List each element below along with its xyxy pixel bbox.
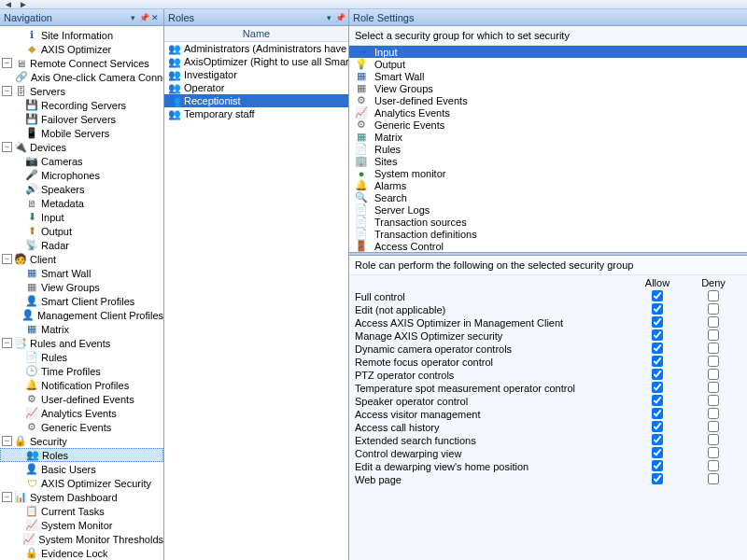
deny-checkbox[interactable] bbox=[708, 316, 719, 328]
roles-dropdown-icon[interactable]: ▾ bbox=[324, 13, 333, 22]
allow-checkbox[interactable] bbox=[652, 303, 663, 315]
nav-item-system-monitor-thresholds[interactable]: 📈System Monitor Thresholds bbox=[0, 532, 163, 546]
security-group-item[interactable]: 🔍Search bbox=[349, 191, 747, 203]
deny-checkbox[interactable] bbox=[708, 408, 719, 419]
nav-item-management-client-profiles[interactable]: 👤Management Client Profiles bbox=[0, 308, 163, 322]
allow-checkbox[interactable] bbox=[652, 460, 663, 471]
nav-item-recording-servers[interactable]: 💾Recording Servers bbox=[0, 98, 163, 112]
nav-item-axis-one-click-camera-connection[interactable]: 🔗Axis One-click Camera Connection bbox=[0, 70, 163, 84]
deny-checkbox[interactable] bbox=[708, 434, 719, 445]
allow-checkbox[interactable] bbox=[652, 343, 663, 354]
security-group-item[interactable]: ▦Smart Wall bbox=[349, 70, 747, 82]
role-item[interactable]: 👥Investigator bbox=[164, 68, 348, 81]
nav-item-analytics-events[interactable]: 📈Analytics Events bbox=[0, 406, 163, 420]
tree-expand-icon[interactable]: − bbox=[2, 436, 12, 446]
deny-checkbox[interactable] bbox=[708, 329, 719, 341]
deny-checkbox[interactable] bbox=[708, 447, 719, 458]
role-item[interactable]: 👥AxisOptimizer (Right to use all SmartCl… bbox=[164, 55, 348, 68]
security-group-item[interactable]: ⚙Generic Events bbox=[349, 119, 747, 131]
nav-item-speakers[interactable]: 🔊Speakers bbox=[0, 182, 163, 196]
nav-item-security[interactable]: −🔒Security bbox=[0, 434, 163, 448]
allow-checkbox[interactable] bbox=[652, 290, 663, 301]
security-group-item[interactable]: ▦Matrix bbox=[349, 131, 747, 143]
deny-checkbox[interactable] bbox=[708, 369, 719, 380]
toolbar-nav-fwd-icon[interactable]: ► bbox=[19, 0, 28, 9]
permissions-list[interactable]: Full controlEdit (not applicable)Access … bbox=[349, 290, 747, 560]
nav-item-current-tasks[interactable]: 📋Current Tasks bbox=[0, 504, 163, 518]
navigation-tree[interactable]: ℹSite Information◆AXIS Optimizer−🖥Remote… bbox=[0, 26, 163, 560]
nav-item-servers[interactable]: −🗄Servers bbox=[0, 84, 163, 98]
security-group-item[interactable]: 📄Transaction definitions bbox=[349, 228, 747, 240]
security-group-item[interactable]: ▦View Groups bbox=[349, 82, 747, 94]
nav-item-smart-wall[interactable]: ▦Smart Wall bbox=[0, 266, 163, 280]
deny-checkbox[interactable] bbox=[708, 382, 719, 393]
deny-checkbox[interactable] bbox=[708, 460, 719, 471]
nav-item-rules-and-events[interactable]: −📑Rules and Events bbox=[0, 336, 163, 350]
allow-checkbox[interactable] bbox=[652, 395, 663, 406]
deny-checkbox[interactable] bbox=[708, 303, 719, 315]
nav-item-matrix[interactable]: ▦Matrix bbox=[0, 322, 163, 336]
security-group-item[interactable]: 📈Analytics Events bbox=[349, 106, 747, 119]
security-group-item[interactable]: 🔔Alarms bbox=[349, 179, 747, 191]
tree-expand-icon[interactable]: − bbox=[2, 338, 12, 348]
nav-item-axis-optimizer[interactable]: ◆AXIS Optimizer bbox=[0, 42, 163, 56]
security-group-list[interactable]: ⇢Input💡Output▦Smart Wall▦View Groups⚙Use… bbox=[349, 46, 747, 252]
tree-expand-icon[interactable]: − bbox=[2, 492, 12, 502]
allow-checkbox[interactable] bbox=[652, 369, 663, 380]
nav-item-devices[interactable]: −🔌Devices bbox=[0, 140, 163, 154]
deny-checkbox[interactable] bbox=[708, 473, 719, 484]
security-group-item[interactable]: ⚙User-defined Events bbox=[349, 94, 747, 106]
nav-item-system-monitor[interactable]: 📈System Monitor bbox=[0, 518, 163, 532]
deny-checkbox[interactable] bbox=[708, 290, 719, 301]
nav-item-view-groups[interactable]: ▦View Groups bbox=[0, 280, 163, 294]
allow-checkbox[interactable] bbox=[652, 447, 663, 458]
security-group-item[interactable]: 🏢Sites bbox=[349, 155, 747, 167]
role-item[interactable]: 👥Operator bbox=[164, 81, 348, 94]
roles-column-header[interactable]: Name bbox=[164, 26, 348, 42]
nav-item-time-profiles[interactable]: 🕒Time Profiles bbox=[0, 364, 163, 378]
nav-item-rules[interactable]: 📄Rules bbox=[0, 350, 163, 364]
nav-item-axis-optimizer-security[interactable]: 🛡AXIS Optimizer Security bbox=[0, 476, 163, 490]
deny-checkbox[interactable] bbox=[708, 356, 719, 367]
nav-item-basic-users[interactable]: 👤Basic Users bbox=[0, 462, 163, 476]
nav-dropdown-icon[interactable]: ▾ bbox=[128, 13, 137, 22]
security-group-item[interactable]: ⇢Input bbox=[349, 46, 747, 58]
nav-item-input[interactable]: ⬇Input bbox=[0, 210, 163, 224]
role-item[interactable]: 👥Temporary staff bbox=[164, 107, 348, 120]
nav-item-site-information[interactable]: ℹSite Information bbox=[0, 28, 163, 42]
allow-checkbox[interactable] bbox=[652, 473, 663, 484]
nav-item-remote-connect-services[interactable]: −🖥Remote Connect Services bbox=[0, 56, 163, 70]
nav-item-output[interactable]: ⬆Output bbox=[0, 224, 163, 238]
allow-checkbox[interactable] bbox=[652, 356, 663, 367]
role-item[interactable]: 👥Receptionist bbox=[164, 94, 348, 107]
security-group-item[interactable]: 💡Output bbox=[349, 58, 747, 70]
nav-pin-icon[interactable]: 📌 bbox=[139, 13, 148, 22]
allow-checkbox[interactable] bbox=[652, 382, 663, 393]
nav-item-roles[interactable]: 👥Roles bbox=[0, 448, 163, 462]
nav-close-icon[interactable]: ✕ bbox=[150, 13, 160, 22]
deny-checkbox[interactable] bbox=[708, 421, 719, 432]
nav-item-cameras[interactable]: 📷Cameras bbox=[0, 154, 163, 168]
tree-expand-icon[interactable]: − bbox=[2, 142, 12, 152]
allow-checkbox[interactable] bbox=[652, 408, 663, 419]
allow-checkbox[interactable] bbox=[652, 329, 663, 341]
tree-expand-icon[interactable]: − bbox=[2, 58, 12, 68]
deny-checkbox[interactable] bbox=[708, 343, 719, 354]
nav-item-notification-profiles[interactable]: 🔔Notification Profiles bbox=[0, 378, 163, 392]
roles-pin-icon[interactable]: 📌 bbox=[335, 13, 345, 22]
nav-item-microphones[interactable]: 🎤Microphones bbox=[0, 168, 163, 182]
nav-item-evidence-lock[interactable]: 🔒Evidence Lock bbox=[0, 546, 163, 560]
tree-expand-icon[interactable]: − bbox=[2, 86, 12, 96]
nav-item-mobile-servers[interactable]: 📱Mobile Servers bbox=[0, 126, 163, 140]
nav-item-generic-events[interactable]: ⚙Generic Events bbox=[0, 420, 163, 434]
security-group-item[interactable]: 🚪Access Control bbox=[349, 240, 747, 252]
allow-checkbox[interactable] bbox=[652, 434, 663, 445]
nav-item-user-defined-events[interactable]: ⚙User-defined Events bbox=[0, 392, 163, 406]
allow-checkbox[interactable] bbox=[652, 421, 663, 432]
tree-expand-icon[interactable]: − bbox=[2, 254, 12, 264]
allow-checkbox[interactable] bbox=[652, 316, 663, 328]
nav-item-metadata[interactable]: 🗎Metadata bbox=[0, 196, 163, 210]
role-item[interactable]: 👥Administrators (Administrators have com… bbox=[164, 42, 348, 55]
nav-item-smart-client-profiles[interactable]: 👤Smart Client Profiles bbox=[0, 294, 163, 308]
security-group-item[interactable]: 📄Server Logs bbox=[349, 203, 747, 216]
